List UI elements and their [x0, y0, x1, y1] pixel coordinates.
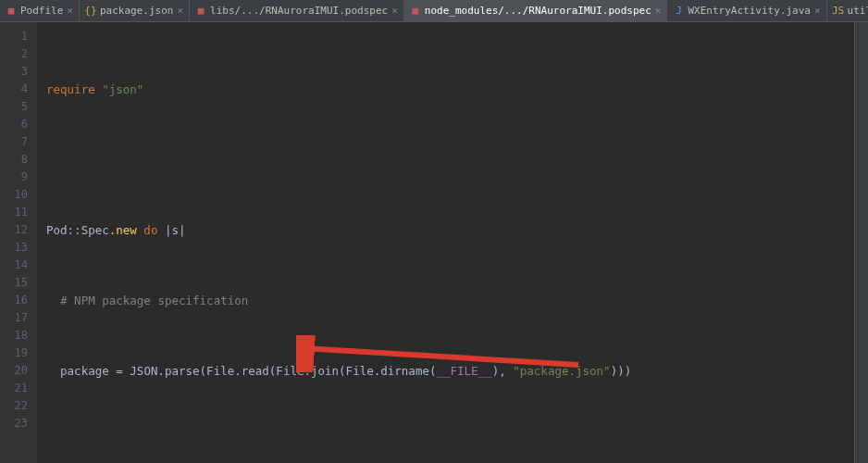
- file-type-icon: ■: [6, 6, 17, 17]
- line-number: 23: [0, 415, 28, 432]
- line-number: 21: [0, 380, 28, 397]
- line-number: 6: [0, 116, 28, 133]
- line-number: 18: [0, 327, 28, 344]
- comment-token: # NPM package specification: [60, 294, 248, 307]
- file-type-icon: ■: [410, 6, 421, 17]
- file-type-icon: {}: [85, 6, 96, 17]
- code-line: [46, 432, 854, 450]
- editor-tabs-bar: ■Podfile×{}package.json×■libs/.../RNAuro…: [0, 0, 868, 22]
- file-type-icon: ■: [195, 6, 206, 17]
- keyword-token: require: [46, 82, 95, 96]
- file-type-icon: JS: [833, 6, 844, 17]
- line-number: 13: [0, 239, 28, 257]
- editor-tab[interactable]: ■node_modules/.../RNAuroraIMUI.podspec×: [404, 0, 668, 21]
- code-line: [46, 151, 854, 169]
- editor-tab[interactable]: ■libs/.../RNAuroraIMUI.podspec×: [190, 0, 404, 21]
- line-number: 17: [0, 309, 28, 327]
- line-number: 19: [0, 344, 28, 362]
- line-number: 22: [0, 397, 28, 415]
- line-number: 14: [0, 257, 28, 274]
- tab-label: Podfile: [20, 5, 63, 17]
- file-type-icon: J: [673, 6, 684, 17]
- editor-tab[interactable]: {}package.json×: [80, 0, 190, 21]
- editor-tab[interactable]: ■Podfile×: [0, 0, 80, 21]
- line-number: 12: [0, 221, 28, 239]
- line-number: 5: [0, 98, 28, 116]
- line-number-gutter: 1234567891011121314151617181920212223: [0, 22, 37, 463]
- tab-label: util.js: [848, 5, 868, 17]
- close-icon[interactable]: ×: [391, 5, 398, 17]
- close-icon[interactable]: ×: [177, 5, 183, 17]
- line-number: 4: [0, 81, 28, 98]
- line-number: 10: [0, 186, 28, 204]
- string-token: "json": [102, 82, 143, 96]
- line-number: 3: [0, 63, 28, 81]
- code-line: # NPM package specification: [46, 292, 854, 309]
- editor-tab[interactable]: JWXEntryActivity.java×: [667, 0, 826, 21]
- line-number: 11: [0, 204, 28, 221]
- code-line: Pod::Spec.new do |s|: [46, 221, 854, 239]
- tab-label: libs/.../RNAuroraIMUI.podspec: [210, 5, 388, 17]
- line-number: 15: [0, 274, 28, 292]
- close-icon[interactable]: ×: [67, 5, 73, 17]
- close-icon[interactable]: ×: [655, 5, 662, 17]
- code-content[interactable]: require "json" Pod::Spec.new do |s| # NP…: [37, 22, 855, 463]
- tab-label: WXEntryActivity.java: [688, 5, 810, 17]
- tab-label: package.json: [100, 5, 173, 17]
- code-line: package = JSON.parse(File.read(File.join…: [46, 362, 854, 380]
- line-number: 7: [0, 133, 28, 151]
- line-number: 1: [0, 28, 28, 45]
- editor-tab[interactable]: JSutil.js×: [827, 0, 868, 21]
- tab-label: node_modules/.../RNAuroraIMUI.podspec: [425, 5, 651, 17]
- vertical-scrollbar[interactable]: [855, 22, 868, 463]
- close-icon[interactable]: ×: [814, 5, 821, 17]
- code-line: require "json": [46, 81, 854, 98]
- editor-area: 1234567891011121314151617181920212223 re…: [0, 22, 868, 463]
- line-number: 16: [0, 292, 28, 309]
- line-number: 2: [0, 45, 28, 63]
- line-number: 8: [0, 151, 28, 169]
- line-number: 9: [0, 169, 28, 186]
- line-number: 20: [0, 362, 28, 380]
